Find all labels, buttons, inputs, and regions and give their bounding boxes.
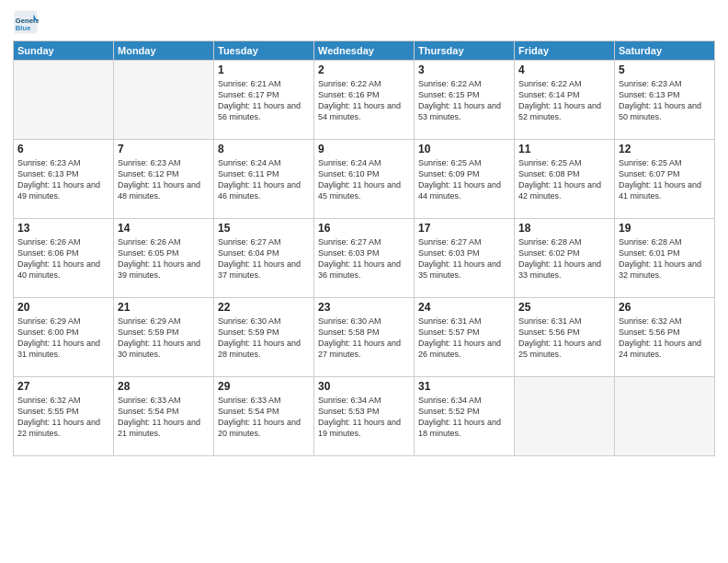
day-number: 22 bbox=[218, 301, 310, 314]
day-number: 18 bbox=[518, 222, 610, 235]
day-number: 21 bbox=[118, 301, 210, 314]
cell-info: Sunrise: 6:28 AM Sunset: 6:02 PM Dayligh… bbox=[518, 236, 610, 282]
calendar-cell: 30Sunrise: 6:34 AM Sunset: 5:53 PM Dayli… bbox=[314, 377, 415, 456]
day-number: 15 bbox=[218, 222, 310, 235]
calendar-cell: 4Sunrise: 6:22 AM Sunset: 6:14 PM Daylig… bbox=[515, 61, 615, 140]
weekday-header-saturday: Saturday bbox=[615, 41, 715, 61]
weekday-header-monday: Monday bbox=[114, 41, 214, 61]
calendar-cell: 26Sunrise: 6:32 AM Sunset: 5:56 PM Dayli… bbox=[615, 298, 715, 377]
calendar-header-row: SundayMondayTuesdayWednesdayThursdayFrid… bbox=[14, 41, 715, 61]
logo: General Blue bbox=[13, 9, 40, 35]
weekday-header-wednesday: Wednesday bbox=[314, 41, 415, 61]
cell-info: Sunrise: 6:27 AM Sunset: 6:03 PM Dayligh… bbox=[418, 236, 510, 282]
cell-info: Sunrise: 6:26 AM Sunset: 6:05 PM Dayligh… bbox=[118, 236, 210, 282]
day-number: 26 bbox=[619, 301, 711, 314]
calendar-week-2: 13Sunrise: 6:26 AM Sunset: 6:06 PM Dayli… bbox=[14, 219, 715, 298]
cell-info: Sunrise: 6:29 AM Sunset: 5:59 PM Dayligh… bbox=[118, 316, 210, 361]
calendar-cell: 21Sunrise: 6:29 AM Sunset: 5:59 PM Dayli… bbox=[114, 298, 214, 377]
calendar-cell: 5Sunrise: 6:23 AM Sunset: 6:13 PM Daylig… bbox=[615, 61, 715, 140]
day-number: 17 bbox=[418, 222, 510, 235]
cell-info: Sunrise: 6:22 AM Sunset: 6:15 PM Dayligh… bbox=[418, 78, 510, 123]
day-number: 24 bbox=[418, 301, 510, 314]
day-number: 28 bbox=[118, 380, 210, 393]
calendar-cell: 31Sunrise: 6:34 AM Sunset: 5:52 PM Dayli… bbox=[415, 377, 515, 456]
day-number: 6 bbox=[17, 143, 109, 155]
day-number: 31 bbox=[418, 380, 510, 393]
calendar-week-1: 6Sunrise: 6:23 AM Sunset: 6:13 PM Daylig… bbox=[14, 140, 715, 219]
calendar-cell: 29Sunrise: 6:33 AM Sunset: 5:54 PM Dayli… bbox=[214, 377, 314, 456]
calendar-cell bbox=[615, 377, 715, 456]
calendar-cell: 22Sunrise: 6:30 AM Sunset: 5:59 PM Dayli… bbox=[214, 298, 314, 377]
day-number: 14 bbox=[118, 222, 210, 235]
calendar-cell bbox=[14, 61, 114, 140]
cell-info: Sunrise: 6:22 AM Sunset: 6:16 PM Dayligh… bbox=[318, 78, 410, 123]
day-number: 2 bbox=[318, 63, 410, 76]
calendar-cell: 17Sunrise: 6:27 AM Sunset: 6:03 PM Dayli… bbox=[415, 219, 515, 298]
calendar-cell: 20Sunrise: 6:29 AM Sunset: 6:00 PM Dayli… bbox=[14, 298, 114, 377]
cell-info: Sunrise: 6:25 AM Sunset: 6:07 PM Dayligh… bbox=[619, 157, 711, 202]
calendar-cell: 11Sunrise: 6:25 AM Sunset: 6:08 PM Dayli… bbox=[515, 140, 615, 219]
cell-info: Sunrise: 6:29 AM Sunset: 6:00 PM Dayligh… bbox=[17, 316, 109, 361]
cell-info: Sunrise: 6:23 AM Sunset: 6:13 PM Dayligh… bbox=[17, 157, 109, 202]
cell-info: Sunrise: 6:25 AM Sunset: 6:09 PM Dayligh… bbox=[418, 157, 510, 202]
calendar-cell: 13Sunrise: 6:26 AM Sunset: 6:06 PM Dayli… bbox=[14, 219, 114, 298]
calendar-cell: 6Sunrise: 6:23 AM Sunset: 6:13 PM Daylig… bbox=[14, 140, 114, 219]
weekday-header-tuesday: Tuesday bbox=[214, 41, 314, 61]
day-number: 10 bbox=[418, 143, 510, 155]
svg-text:Blue: Blue bbox=[16, 24, 31, 32]
day-number: 4 bbox=[518, 63, 610, 76]
cell-info: Sunrise: 6:34 AM Sunset: 5:53 PM Dayligh… bbox=[318, 395, 410, 440]
cell-info: Sunrise: 6:28 AM Sunset: 6:01 PM Dayligh… bbox=[619, 236, 711, 282]
calendar-cell: 10Sunrise: 6:25 AM Sunset: 6:09 PM Dayli… bbox=[415, 140, 515, 219]
calendar-cell: 16Sunrise: 6:27 AM Sunset: 6:03 PM Dayli… bbox=[314, 219, 415, 298]
calendar-cell: 14Sunrise: 6:26 AM Sunset: 6:05 PM Dayli… bbox=[114, 219, 214, 298]
cell-info: Sunrise: 6:27 AM Sunset: 6:04 PM Dayligh… bbox=[218, 236, 310, 282]
day-number: 5 bbox=[619, 63, 711, 76]
calendar-cell bbox=[515, 377, 615, 456]
day-number: 13 bbox=[17, 222, 109, 235]
calendar-cell bbox=[114, 61, 214, 140]
calendar-cell: 3Sunrise: 6:22 AM Sunset: 6:15 PM Daylig… bbox=[415, 61, 515, 140]
calendar-week-0: 1Sunrise: 6:21 AM Sunset: 6:17 PM Daylig… bbox=[14, 61, 715, 140]
cell-info: Sunrise: 6:32 AM Sunset: 5:56 PM Dayligh… bbox=[619, 316, 711, 361]
calendar-cell: 12Sunrise: 6:25 AM Sunset: 6:07 PM Dayli… bbox=[615, 140, 715, 219]
day-number: 30 bbox=[318, 380, 410, 393]
cell-info: Sunrise: 6:24 AM Sunset: 6:10 PM Dayligh… bbox=[318, 157, 410, 202]
cell-info: Sunrise: 6:30 AM Sunset: 5:58 PM Dayligh… bbox=[318, 316, 410, 361]
calendar-cell: 8Sunrise: 6:24 AM Sunset: 6:11 PM Daylig… bbox=[214, 140, 314, 219]
calendar-week-4: 27Sunrise: 6:32 AM Sunset: 5:55 PM Dayli… bbox=[14, 377, 715, 456]
cell-info: Sunrise: 6:26 AM Sunset: 6:06 PM Dayligh… bbox=[17, 236, 109, 282]
cell-info: Sunrise: 6:27 AM Sunset: 6:03 PM Dayligh… bbox=[318, 236, 410, 282]
header: General Blue bbox=[13, 9, 715, 35]
calendar-cell: 1Sunrise: 6:21 AM Sunset: 6:17 PM Daylig… bbox=[214, 61, 314, 140]
calendar-cell: 23Sunrise: 6:30 AM Sunset: 5:58 PM Dayli… bbox=[314, 298, 415, 377]
calendar-cell: 28Sunrise: 6:33 AM Sunset: 5:54 PM Dayli… bbox=[114, 377, 214, 456]
calendar-cell: 19Sunrise: 6:28 AM Sunset: 6:01 PM Dayli… bbox=[615, 219, 715, 298]
weekday-header-thursday: Thursday bbox=[415, 41, 515, 61]
day-number: 23 bbox=[318, 301, 410, 314]
day-number: 12 bbox=[619, 143, 711, 155]
cell-info: Sunrise: 6:33 AM Sunset: 5:54 PM Dayligh… bbox=[218, 395, 310, 440]
calendar-cell: 18Sunrise: 6:28 AM Sunset: 6:02 PM Dayli… bbox=[515, 219, 615, 298]
weekday-header-sunday: Sunday bbox=[14, 41, 114, 61]
weekday-header-friday: Friday bbox=[515, 41, 615, 61]
calendar-cell: 25Sunrise: 6:31 AM Sunset: 5:56 PM Dayli… bbox=[515, 298, 615, 377]
day-number: 16 bbox=[318, 222, 410, 235]
cell-info: Sunrise: 6:32 AM Sunset: 5:55 PM Dayligh… bbox=[17, 395, 109, 440]
day-number: 11 bbox=[518, 143, 610, 155]
day-number: 25 bbox=[518, 301, 610, 314]
calendar-cell: 27Sunrise: 6:32 AM Sunset: 5:55 PM Dayli… bbox=[14, 377, 114, 456]
page: General Blue SundayMondayTuesdayWednesda… bbox=[0, 0, 728, 563]
day-number: 27 bbox=[17, 380, 109, 393]
cell-info: Sunrise: 6:33 AM Sunset: 5:54 PM Dayligh… bbox=[118, 395, 210, 440]
cell-info: Sunrise: 6:21 AM Sunset: 6:17 PM Dayligh… bbox=[218, 78, 310, 123]
calendar-week-3: 20Sunrise: 6:29 AM Sunset: 6:00 PM Dayli… bbox=[14, 298, 715, 377]
cell-info: Sunrise: 6:31 AM Sunset: 5:57 PM Dayligh… bbox=[418, 316, 510, 361]
day-number: 3 bbox=[418, 63, 510, 76]
day-number: 9 bbox=[318, 143, 410, 155]
day-number: 1 bbox=[218, 63, 310, 76]
logo-icon: General Blue bbox=[13, 9, 39, 35]
cell-info: Sunrise: 6:22 AM Sunset: 6:14 PM Dayligh… bbox=[518, 78, 610, 123]
calendar-cell: 2Sunrise: 6:22 AM Sunset: 6:16 PM Daylig… bbox=[314, 61, 415, 140]
cell-info: Sunrise: 6:31 AM Sunset: 5:56 PM Dayligh… bbox=[518, 316, 610, 361]
